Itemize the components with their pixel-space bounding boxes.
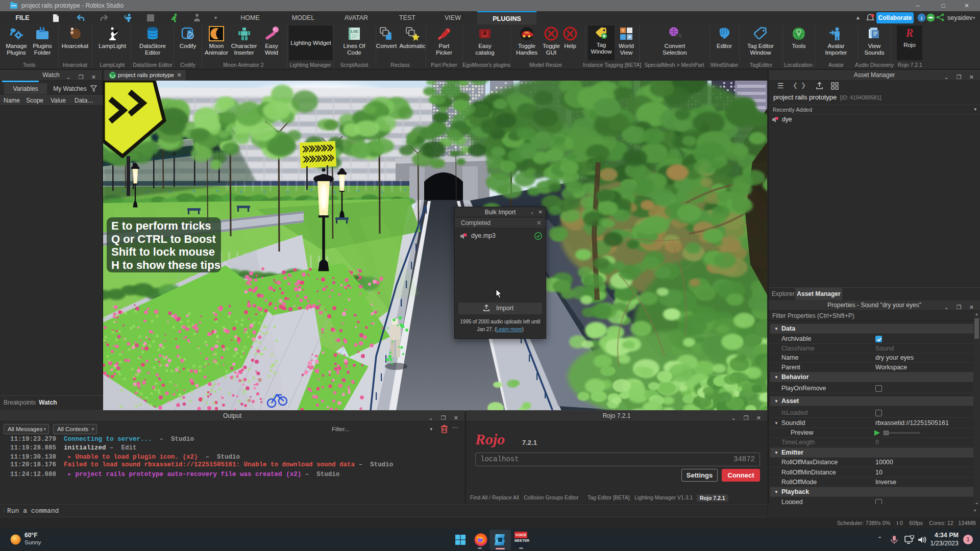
svg-text:LOC: LOC	[351, 30, 359, 33]
svg-text:Rojo: Rojo	[475, 431, 505, 447]
svg-text:R: R	[905, 27, 914, 39]
svg-text:i: i	[921, 15, 922, 21]
